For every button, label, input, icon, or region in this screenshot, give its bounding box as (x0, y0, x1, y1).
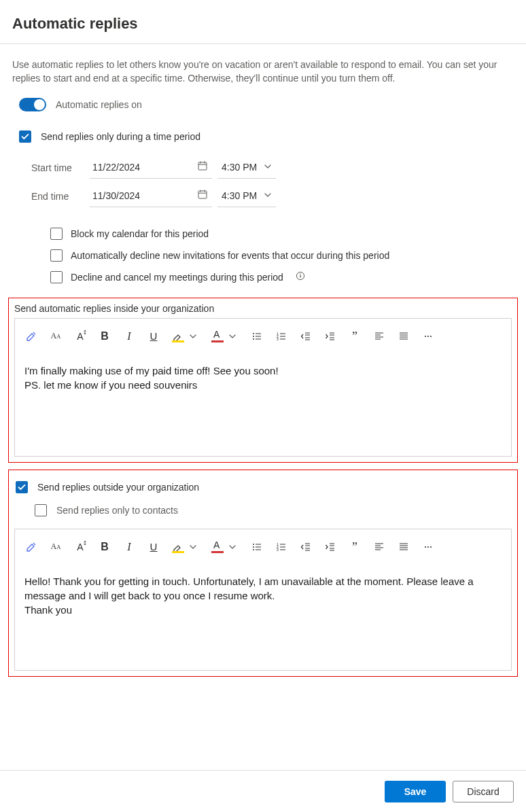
chevron-down-icon (264, 190, 272, 202)
quote-icon[interactable]: ” (348, 330, 362, 343)
align-left-icon[interactable] (372, 540, 386, 554)
save-button[interactable]: Save (385, 781, 446, 802)
inside-org-label: Send automatic replies inside your organ… (14, 302, 512, 318)
decline-new-invites-checkbox[interactable] (50, 249, 63, 262)
underline-icon[interactable]: U (147, 330, 160, 343)
footer: Save Discard (0, 770, 526, 812)
more-icon[interactable] (421, 330, 435, 343)
font-size-icon[interactable]: A (73, 540, 87, 554)
editor-toolbar: AAABIUA123” (15, 319, 511, 354)
svg-point-13 (430, 335, 432, 336)
italic-icon[interactable]: I (122, 330, 136, 343)
page-description: Use automatic replies to let others know… (0, 44, 526, 86)
svg-rect-0 (198, 162, 207, 170)
bulleted-list-icon[interactable] (250, 540, 264, 554)
svg-rect-1 (198, 191, 207, 198)
automatic-replies-toggle-label: Automatic replies on (56, 99, 142, 110)
block-calendar-label: Block my calendar for this period (71, 228, 209, 239)
paint-format-icon[interactable] (24, 330, 38, 343)
quote-icon[interactable]: ” (348, 540, 362, 554)
svg-point-12 (427, 335, 429, 336)
italic-icon[interactable]: I (122, 540, 136, 554)
highlight-dropdown[interactable] (186, 540, 200, 554)
end-date-field[interactable]: 11/30/2024 (90, 186, 212, 207)
discard-button[interactable]: Discard (453, 781, 514, 802)
start-time-field[interactable]: 4:30 PM (217, 157, 276, 179)
start-date-value: 11/22/2024 (92, 162, 140, 173)
end-date-value: 11/30/2024 (92, 190, 140, 201)
highlight-icon[interactable] (171, 540, 185, 554)
svg-point-22 (430, 546, 432, 547)
end-time-field[interactable]: 4:30 PM (217, 186, 276, 207)
underline-icon[interactable]: U (147, 540, 160, 554)
bold-icon[interactable]: B (98, 330, 111, 343)
start-time-label: Start time (31, 162, 90, 173)
automatic-replies-toggle[interactable] (19, 98, 46, 111)
align-justify-icon[interactable] (397, 330, 410, 343)
svg-point-11 (425, 335, 426, 336)
font-family-icon[interactable]: AA (49, 540, 63, 554)
svg-text:3: 3 (277, 548, 279, 552)
font-family-icon[interactable]: AA (49, 330, 63, 343)
only-contacts-checkbox[interactable] (35, 504, 47, 516)
start-date-field[interactable]: 11/22/2024 (90, 157, 212, 179)
font-color-dropdown[interactable] (226, 540, 239, 554)
chevron-down-icon (264, 161, 272, 173)
svg-point-5 (253, 333, 254, 334)
indent-icon[interactable] (323, 540, 337, 554)
end-time-label: End time (31, 191, 90, 202)
outdent-icon[interactable] (299, 330, 313, 343)
outside-org-section: Send replies outside your organization S… (8, 470, 518, 677)
info-icon[interactable] (296, 271, 305, 283)
only-contacts-label: Send replies only to contacts (56, 505, 178, 516)
editor-toolbar: AAABIUA123” (15, 529, 511, 565)
inside-org-editor: AAABIUA123” I'm finally making use of my… (14, 318, 512, 457)
end-time-value: 4:30 PM (222, 190, 257, 201)
font-color-icon[interactable]: A (211, 330, 224, 343)
svg-point-20 (425, 546, 426, 547)
bulleted-list-icon[interactable] (250, 330, 264, 343)
svg-point-7 (253, 338, 254, 340)
cancel-meetings-label: Decline and cancel my meetings during th… (71, 272, 283, 283)
svg-point-21 (427, 546, 429, 547)
inside-org-section: Send automatic replies inside your organ… (8, 298, 518, 463)
align-justify-icon[interactable] (397, 540, 410, 554)
send-during-period-checkbox[interactable] (19, 130, 31, 143)
highlight-dropdown[interactable] (186, 330, 200, 343)
numbered-list-icon[interactable]: 123 (275, 540, 288, 554)
bold-icon[interactable]: B (98, 540, 111, 554)
svg-point-14 (253, 544, 254, 545)
font-color-icon[interactable]: A (211, 540, 224, 554)
highlight-icon[interactable] (171, 330, 185, 343)
svg-point-15 (253, 546, 254, 548)
outside-org-editor: AAABIUA123” Hello! Thank you for getting… (14, 529, 512, 671)
send-outside-label: Send replies outside your organization (37, 482, 199, 493)
svg-rect-4 (300, 275, 300, 277)
indent-icon[interactable] (323, 330, 337, 343)
align-left-icon[interactable] (372, 330, 386, 343)
svg-point-16 (253, 549, 254, 550)
decline-new-invites-label: Automatically decline new invitations fo… (71, 250, 389, 261)
more-icon[interactable] (421, 540, 435, 554)
calendar-icon (197, 160, 208, 174)
svg-point-3 (300, 273, 301, 275)
svg-text:3: 3 (277, 337, 279, 341)
calendar-icon (197, 189, 208, 202)
paint-format-icon[interactable] (24, 540, 38, 554)
outdent-icon[interactable] (299, 540, 313, 554)
outside-org-textarea[interactable]: Hello! Thank you for getting in touch. U… (15, 565, 511, 670)
numbered-list-icon[interactable]: 123 (275, 330, 288, 343)
send-outside-checkbox[interactable] (16, 481, 28, 493)
cancel-meetings-checkbox[interactable] (50, 271, 63, 283)
start-time-value: 4:30 PM (222, 162, 257, 173)
font-color-dropdown[interactable] (226, 330, 239, 343)
svg-point-6 (253, 336, 254, 337)
inside-org-textarea[interactable]: I'm finally making use of my paid time o… (15, 354, 511, 456)
page-title: Automatic replies (0, 0, 526, 44)
send-during-period-label: Send replies only during a time period (41, 131, 200, 142)
font-size-icon[interactable]: A (73, 330, 87, 343)
block-calendar-checkbox[interactable] (50, 228, 63, 240)
